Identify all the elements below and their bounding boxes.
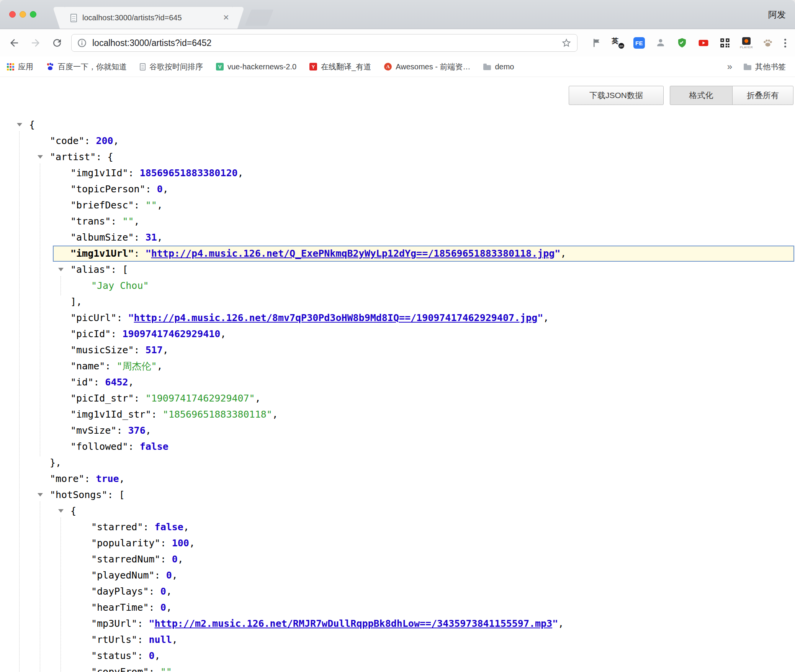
vue-favicon: V [216, 63, 224, 70]
forward-button[interactable] [29, 36, 42, 49]
new-tab-button[interactable] [245, 10, 274, 26]
translate-extension-icon[interactable]: 英 en [611, 36, 624, 49]
folder-icon [483, 65, 491, 70]
download-json-button[interactable]: 下载JSON数据 [569, 86, 664, 105]
json-line: "hearTime": 0, [0, 600, 795, 616]
json-line: "topicPerson": 0, [0, 181, 795, 197]
tree-guide-line [61, 276, 61, 295]
url-text[interactable]: localhost:3000/artists?id=6452 [92, 38, 561, 48]
bookmark-google-sort[interactable]: 谷歌按时间排序 [140, 62, 203, 72]
player-caption: PLAYER [740, 46, 753, 49]
youtube-extension-icon[interactable] [697, 36, 710, 49]
json-line: "mp3Url": "http://m2.music.126.net/RMJR7… [0, 616, 795, 632]
bookmark-label: 百度一下，你就知道 [58, 62, 127, 72]
bookmarks-overflow-icon[interactable]: » [727, 61, 732, 72]
flag-extension-icon[interactable] [590, 36, 603, 49]
json-line: "followed": false [0, 439, 795, 455]
tree-guide-line [40, 164, 40, 456]
tree-guide-line [61, 518, 61, 672]
translate-zh-glyph: 英 [612, 36, 618, 46]
json-url-link[interactable]: http://p4.music.126.net/Q_ExePNkmqB2yWyL… [151, 248, 555, 259]
bookmark-label: 其他书签 [755, 62, 786, 72]
json-url-link[interactable]: http://m2.music.126.net/RMJR7wDullRqppBk… [155, 618, 553, 629]
bookmark-label: demo [495, 62, 514, 71]
player-extension-icon[interactable]: PLAYER [740, 36, 753, 49]
bookmark-apps[interactable]: 应用 [7, 62, 33, 72]
youdao-favicon: Y [309, 63, 317, 70]
tab-close-icon[interactable]: × [223, 12, 229, 22]
json-line: "starred": false, [0, 519, 795, 535]
collapse-all-button[interactable]: 折叠所有 [732, 86, 793, 105]
browser-window: localhost:3000/artists?id=645 × 阿发 local… [0, 0, 795, 672]
baidu-favicon [46, 63, 54, 70]
collapse-toggle-icon[interactable] [38, 155, 43, 159]
json-line: "id": 6452, [0, 374, 795, 390]
browser-tab[interactable]: localhost:3000/artists?id=645 × [62, 7, 235, 29]
json-line: "starredNum": 0, [0, 551, 795, 567]
tab-bar: localhost:3000/artists?id=645 × 阿发 [0, 0, 795, 29]
other-bookmarks[interactable]: 其他书签 [744, 62, 786, 72]
tree-guide-line [19, 131, 20, 672]
json-line: "hotSongs": [ [0, 487, 795, 503]
view-mode-buttons: 格式化 折叠所有 [670, 86, 793, 105]
awesomes-favicon: A [384, 63, 392, 70]
profile-extension-icon[interactable] [654, 36, 667, 49]
json-line: "popularity": 100, [0, 535, 795, 551]
browser-toolbar: localhost:3000/artists?id=6452 英 en FE [0, 29, 795, 57]
paw-extension-icon[interactable] [761, 36, 774, 49]
page-favicon [140, 63, 146, 70]
translate-en-badge: en [618, 43, 624, 49]
bookmark-demo[interactable]: demo [483, 62, 514, 71]
bookmark-awesomes[interactable]: A Awesomes - 前端资… [384, 62, 470, 72]
bookmark-baidu[interactable]: 百度一下，你就知道 [46, 62, 127, 72]
json-line: "artist": { [0, 149, 795, 165]
collapse-toggle-icon[interactable] [58, 268, 64, 271]
json-line: "picId_str": "19097417462929407", [0, 390, 795, 406]
json-line: "more": true, [0, 471, 795, 487]
page-content: 下载JSON数据 格式化 折叠所有 {"code": 200,"artist":… [0, 77, 795, 672]
json-line: "code": 200, [0, 133, 795, 149]
close-window-button[interactable] [9, 11, 16, 18]
tree-guide-line [40, 502, 40, 672]
page-icon [70, 14, 77, 22]
json-line: "albumSize": 31, [0, 229, 795, 246]
json-tree: {"code": 200,"artist": {"img1v1Id": 1856… [0, 117, 795, 672]
back-button[interactable] [8, 36, 21, 49]
bookmark-youdao[interactable]: Y 在线翻译_有道 [309, 62, 371, 72]
window-controls [9, 11, 36, 18]
json-line: "musicSize": 517, [0, 342, 795, 358]
json-line: "status": 0, [0, 648, 795, 664]
browser-menu-icon[interactable] [780, 39, 790, 48]
collapse-toggle-icon[interactable] [38, 493, 43, 497]
tab-title: localhost:3000/artists?id=645 [82, 13, 182, 22]
json-line: "trans": "", [0, 213, 795, 229]
address-bar[interactable]: localhost:3000/artists?id=6452 [71, 34, 577, 52]
bookmarks-bar: 应用 百度一下，你就知道 谷歌按时间排序 V vue-hackernews-2.… [0, 57, 795, 77]
fehelper-extension-icon[interactable]: FE [633, 36, 646, 49]
site-info-icon[interactable] [77, 38, 87, 48]
apps-grid-icon [7, 63, 14, 70]
extension-icons: 英 en FE PLAYER [590, 36, 774, 49]
bookmark-vue-hackernews[interactable]: V vue-hackernews-2.0 [216, 62, 296, 71]
json-url-link[interactable]: http://p4.music.126.net/8mv7qP30Pd3oHW8b… [134, 312, 538, 323]
json-line: { [0, 117, 795, 133]
qrcode-extension-icon[interactable] [718, 36, 731, 49]
collapse-toggle-icon[interactable] [17, 123, 22, 126]
reload-button[interactable] [51, 36, 64, 49]
json-line: "Jay Chou" [0, 278, 795, 294]
json-line: "rtUrls": null, [0, 632, 795, 648]
folder-icon [744, 65, 751, 70]
bookmark-label: Awesomes - 前端资… [396, 62, 470, 72]
collapse-toggle-icon[interactable] [58, 509, 64, 513]
json-line: "picId": 19097417462929410, [0, 326, 795, 342]
json-line: { [0, 503, 795, 519]
json-line: "img1v1Id_str": "18569651883380118", [0, 406, 795, 423]
profile-name[interactable]: 阿发 [768, 9, 786, 21]
fullscreen-window-button[interactable] [30, 11, 36, 18]
bookmark-star-icon[interactable] [561, 38, 572, 48]
json-line: "mvSize": 376, [0, 423, 795, 439]
shield-extension-icon[interactable] [676, 36, 689, 49]
bookmark-label: vue-hackernews-2.0 [227, 62, 296, 71]
minimize-window-button[interactable] [20, 11, 26, 18]
format-button[interactable]: 格式化 [670, 86, 733, 105]
